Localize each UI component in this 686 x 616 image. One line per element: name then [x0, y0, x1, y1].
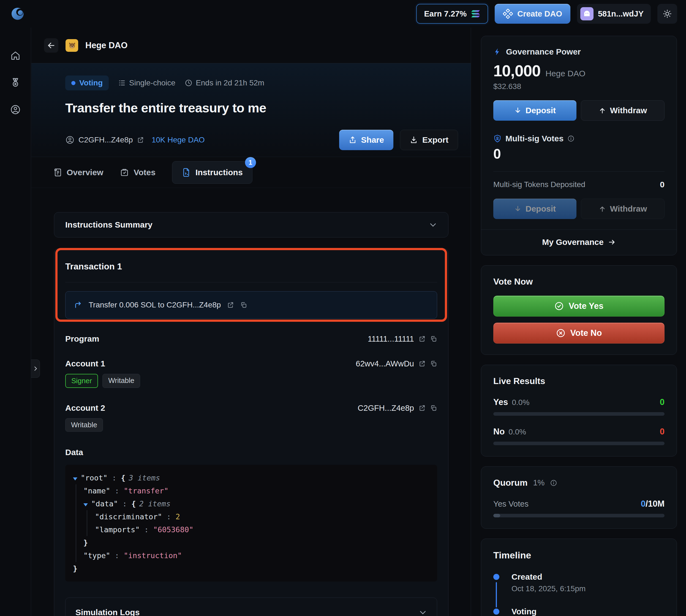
creator-address[interactable]: C2GFH...Z4e8p: [78, 135, 133, 145]
simulation-logs-card[interactable]: Simulation Logs: [65, 597, 437, 616]
create-dao-label: Create DAO: [517, 9, 562, 19]
quorum-pct: 1%: [533, 478, 545, 487]
collapse-triangle-icon[interactable]: [73, 478, 77, 481]
copy-icon[interactable]: [430, 360, 437, 367]
timeline-label: Created: [511, 572, 665, 581]
deposit-button[interactable]: Deposit: [493, 100, 576, 121]
no-progress-bar: [493, 442, 665, 445]
transfer-summary: Transfer 0.006 SOL to C2GFH...Z4e8p: [65, 291, 437, 319]
collapse-triangle-icon[interactable]: [84, 503, 88, 506]
program-value[interactable]: 11111...11111: [368, 334, 414, 344]
share-button[interactable]: Share: [339, 130, 393, 150]
timeline-label: Voting: [511, 607, 665, 616]
proposal-header: Hege DAO: [31, 27, 471, 63]
bolt-icon: [493, 48, 502, 56]
json-line: "type" : "instruction": [84, 549, 430, 562]
back-button[interactable]: [44, 38, 59, 52]
divider: [65, 282, 437, 282]
external-link-icon[interactable]: [227, 301, 234, 309]
chevron-down-icon[interactable]: [419, 608, 427, 616]
withdraw-button-multisig[interactable]: Withdraw: [581, 199, 665, 219]
copy-icon[interactable]: [430, 335, 437, 343]
nav-rewards[interactable]: [10, 77, 21, 88]
no-count: 0: [660, 427, 665, 437]
choice-type-label: Single-choice: [129, 79, 175, 87]
info-icon[interactable]: [550, 479, 557, 486]
json-key: "discriminator": [95, 512, 162, 521]
instructions-summary-card[interactable]: Instructions Summary: [54, 212, 449, 238]
simulation-logs-title: Simulation Logs: [75, 608, 140, 616]
account2-value[interactable]: C2GFH...Z4e8p: [358, 403, 414, 413]
deposit-button-multisig[interactable]: Deposit: [493, 199, 576, 219]
shield-user-icon: [493, 134, 502, 143]
arrow-left-icon: [47, 41, 55, 50]
external-link-icon[interactable]: [137, 136, 144, 144]
ends-in-label: Ends in 2d 21h 52m: [196, 79, 264, 87]
json-line: "data" : {2 items: [84, 497, 430, 510]
timeline-connector: [496, 582, 497, 608]
chevron-down-icon[interactable]: [429, 221, 437, 229]
quorum-progress-bar: [493, 514, 665, 518]
create-dao-button[interactable]: Create DAO: [495, 4, 570, 24]
vote-yes-button[interactable]: Vote Yes: [493, 295, 665, 316]
program-label: Program: [65, 334, 99, 344]
arrow-down-icon: [514, 107, 522, 114]
external-link-icon[interactable]: [418, 404, 426, 412]
share-label: Share: [361, 135, 384, 145]
wallet-button[interactable]: 581n...wdJY: [577, 4, 651, 24]
governance-card: Governance Power 10,000 Hege DAO $32.638…: [481, 36, 677, 256]
clock-icon: [185, 79, 192, 87]
share-icon: [348, 136, 357, 144]
user-circle-icon: [65, 135, 75, 145]
left-rail: [0, 27, 31, 616]
json-line: }: [84, 536, 430, 549]
withdraw-label: Withdraw: [610, 106, 647, 115]
tab-instructions[interactable]: Instructions 1: [172, 161, 252, 184]
ballot-icon: [120, 168, 129, 177]
vote-no-button[interactable]: Vote No: [493, 323, 665, 344]
earn-button[interactable]: Earn 7.27%: [416, 4, 488, 24]
account2-row: Account 2 C2GFH...Z4e8p: [65, 403, 437, 413]
json-value: "6053680": [153, 525, 193, 534]
json-key: "data": [91, 500, 118, 508]
divider: [493, 171, 665, 172]
nav-home[interactable]: [10, 50, 21, 61]
app-logo[interactable]: [10, 7, 25, 21]
governance-amount: 10,000: [493, 62, 540, 80]
tab-overview[interactable]: Overview: [53, 168, 103, 177]
tab-votes[interactable]: Votes: [120, 168, 155, 177]
account1-row: Account 1 62wv4...AWwDu: [65, 359, 437, 368]
creator-row[interactable]: C2GFH...Z4e8p 10K Hege DAO: [65, 135, 205, 145]
scroll-icon: [53, 168, 62, 177]
sidebar-expand-button[interactable]: [31, 359, 40, 378]
external-link-icon[interactable]: [418, 360, 426, 367]
account1-value[interactable]: 62wv4...AWwDu: [356, 359, 414, 368]
wallet-address: 581n...wdJY: [598, 9, 644, 19]
export-label: Export: [422, 135, 449, 145]
withdraw-button[interactable]: Withdraw: [581, 100, 665, 121]
yes-count: 0: [660, 397, 665, 407]
quorum-card: Quorum 1% Yes Votes 0/10M: [481, 466, 677, 529]
tab-overview-label: Overview: [67, 168, 103, 177]
account2-label: Account 2: [65, 403, 105, 413]
no-pct: 0.0%: [508, 427, 526, 436]
export-button[interactable]: Export: [400, 130, 458, 150]
timeline-dot: [493, 609, 499, 615]
live-results-title: Live Results: [493, 376, 665, 386]
status-label: Voting: [79, 79, 103, 87]
arrow-up-icon: [598, 205, 606, 213]
copy-icon[interactable]: [240, 301, 247, 309]
external-link-icon[interactable]: [418, 335, 426, 343]
creator-stake-link[interactable]: 10K Hege DAO: [152, 135, 205, 145]
nav-profile[interactable]: [10, 104, 21, 115]
tabs: Overview Votes Instructions 1: [31, 157, 471, 188]
multisig-votes-label: Multi-sig Votes: [505, 134, 564, 143]
vote-no-label: Vote No: [570, 328, 602, 338]
copy-icon[interactable]: [430, 404, 437, 412]
transfer-arrow-icon: [74, 301, 83, 309]
theme-toggle-button[interactable]: [657, 4, 677, 24]
instructions-count-badge: 1: [245, 157, 256, 168]
info-icon[interactable]: [567, 135, 574, 142]
choice-type: Single-choice: [118, 79, 175, 87]
my-governance-link[interactable]: My Governance: [481, 229, 677, 255]
